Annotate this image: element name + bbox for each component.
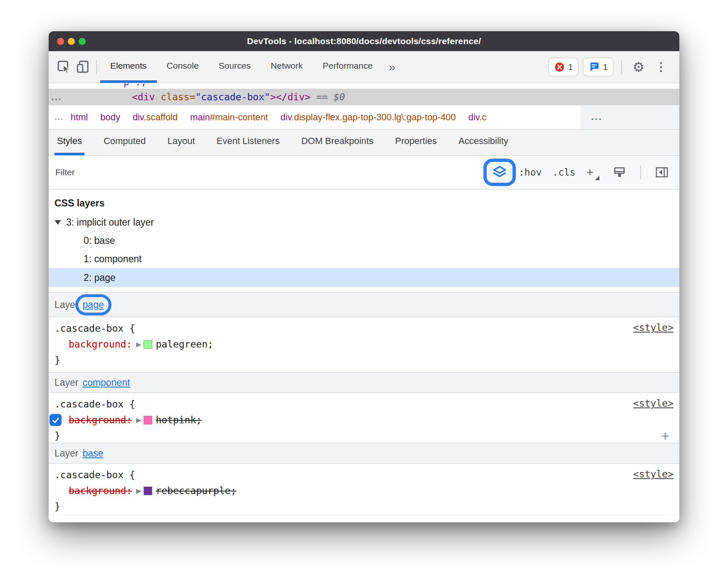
checkmark-icon <box>51 415 60 425</box>
add-property-button[interactable]: + <box>661 429 669 443</box>
tab-properties[interactable]: Properties <box>393 129 439 155</box>
tag-close-token: ></div> <box>270 92 310 102</box>
tab-label: Sources <box>219 61 251 71</box>
settings-button[interactable]: ⚙︎ <box>629 58 648 76</box>
inspect-element-button[interactable] <box>54 51 74 83</box>
expand-value-arrow-icon[interactable]: ▶ <box>136 415 141 425</box>
tab-console[interactable]: Console <box>157 51 209 83</box>
style-rule-layer-page: <style> .cascade-box { background: ▶ pal… <box>49 317 679 372</box>
styles-pane-empty-space <box>49 515 679 522</box>
tab-layout[interactable]: Layout <box>165 129 197 155</box>
layer-component-link[interactable]: component <box>83 377 130 388</box>
dropdown-corner-icon <box>595 176 599 180</box>
property-name-overridden[interactable]: background: <box>69 415 132 425</box>
zoom-window-button[interactable] <box>79 38 86 45</box>
layer-page-link[interactable]: page <box>83 299 104 310</box>
panel-tab-strip: Elements Console Sources Network Perform… <box>100 51 383 83</box>
breadcrumb-overflow-panel: ... <box>580 105 679 129</box>
close-window-button[interactable] <box>57 38 64 45</box>
style-source-link[interactable]: <style> <box>633 469 674 479</box>
dom-tree-clipped-row: p ., <box>49 83 679 89</box>
property-value[interactable]: palegreen; <box>156 339 213 350</box>
filter-input[interactable] <box>49 156 480 189</box>
equals-operator: == <box>310 92 333 102</box>
minimize-window-button[interactable] <box>68 38 75 45</box>
device-toolbar-icon <box>76 60 90 74</box>
toolbar-right-cluster: 1 1 ⚙︎ ⋮ <box>548 51 670 83</box>
new-style-rule-button[interactable]: + <box>586 165 599 179</box>
style-source-link[interactable]: <style> <box>633 398 674 409</box>
tab-styles[interactable]: Styles <box>54 129 84 155</box>
property-name[interactable]: background: <box>69 339 132 350</box>
property-value-overridden[interactable]: rebeccapurple; <box>156 485 236 496</box>
dom-selected-element-row[interactable]: ... <div class="cascade-box"></div> == $… <box>49 89 679 105</box>
layer-label: Layer <box>54 448 79 459</box>
customize-devtools-button[interactable]: ⋮ <box>652 58 670 76</box>
tab-dom-breakpoints[interactable]: DOM Breakpoints <box>299 129 376 155</box>
property-name-overridden[interactable]: background: <box>69 485 132 496</box>
expander-triangle-icon[interactable] <box>54 220 61 225</box>
toggle-element-state-button[interactable]: :hov <box>519 167 542 178</box>
breadcrumb-item-html[interactable]: html <box>71 112 88 123</box>
tab-label: Network <box>271 61 303 71</box>
tab-sources[interactable]: Sources <box>209 51 261 83</box>
inspect-cursor-icon <box>57 60 71 74</box>
error-icon <box>554 62 565 72</box>
devtools-window: DevTools - localhost:8080/docs/devtools/… <box>49 31 679 522</box>
rule-close-brace: } <box>54 355 60 365</box>
layer-label: Layer <box>54 377 79 388</box>
tab-accessibility[interactable]: Accessibility <box>456 129 511 155</box>
layers-icon <box>492 165 507 180</box>
breadcrumb-overflow-left[interactable]: ... <box>54 112 64 122</box>
tab-event-listeners[interactable]: Event Listeners <box>214 129 282 155</box>
property-enabled-checkbox[interactable] <box>50 414 62 426</box>
layer-tree-item-page[interactable]: 2: page <box>49 268 679 287</box>
breadcrumb-item-display-flex[interactable]: div.display-flex.gap-top-300.lg\:gap-top… <box>280 112 456 123</box>
breadcrumb-overflow-right[interactable]: ... <box>591 112 602 122</box>
style-rule-layer-base: <style> .cascade-box { background: ▶ reb… <box>49 464 679 515</box>
console-errors-badge[interactable]: 1 <box>548 57 579 77</box>
layer-tree-item-base[interactable]: 0: base <box>49 231 679 250</box>
property-value-overridden[interactable]: hotpink; <box>156 415 202 425</box>
device-toolbar-button[interactable] <box>74 51 93 83</box>
tab-elements[interactable]: Elements <box>100 51 157 83</box>
breadcrumb-item-main-content[interactable]: main#main-content <box>190 112 268 123</box>
layer-base-link[interactable]: base <box>83 448 104 459</box>
tab-label: Console <box>167 61 199 71</box>
issues-message-icon <box>589 62 599 72</box>
tab-computed[interactable]: Computed <box>101 129 149 155</box>
toolbar-separator <box>621 60 622 74</box>
style-source-link[interactable]: <style> <box>633 322 674 333</box>
expand-value-arrow-icon[interactable]: ▶ <box>136 339 141 349</box>
expand-value-arrow-icon[interactable]: ▶ <box>136 486 141 496</box>
color-swatch-rebeccapurple[interactable] <box>144 487 152 495</box>
issues-count: 1 <box>603 62 608 72</box>
tab-performance[interactable]: Performance <box>313 51 383 83</box>
dock-sidebar-button[interactable] <box>653 163 671 181</box>
issues-badge[interactable]: 1 <box>583 57 614 77</box>
styles-filter-bar: :hov .cls + <box>49 156 679 189</box>
color-swatch-palegreen[interactable] <box>144 340 152 349</box>
css-layers-pane: CSS layers 3: implicit outer layer 0: ba… <box>49 189 679 293</box>
paintbrush-icon <box>613 166 626 179</box>
layer-tree-root[interactable]: 3: implicit outer layer <box>49 213 679 231</box>
toolbar-separator <box>96 60 97 74</box>
rule-selector[interactable]: .cascade-box { <box>54 399 135 410</box>
breadcrumb-item-scaffold[interactable]: div.scaffold <box>133 112 178 123</box>
layer-tree-item-component[interactable]: 1: component <box>49 250 679 268</box>
breadcrumb-item-cascade[interactable]: div.c <box>468 112 487 123</box>
element-classes-button[interactable]: .cls <box>552 167 575 178</box>
rule-close-brace: } <box>54 430 60 441</box>
clipped-code-fragment: p ., <box>124 83 146 87</box>
more-actions-ellipsis[interactable]: ... <box>51 91 62 103</box>
title-bar: DevTools - localhost:8080/docs/devtools/… <box>49 31 679 51</box>
chevron-right-double-icon: » <box>389 60 396 74</box>
tab-network[interactable]: Network <box>261 51 313 83</box>
rule-selector[interactable]: .cascade-box { <box>54 323 135 334</box>
more-tabs-button[interactable]: » <box>383 51 401 83</box>
rule-selector[interactable]: .cascade-box { <box>54 469 135 480</box>
breadcrumb-item-body[interactable]: body <box>100 112 120 123</box>
rendering-emulation-button[interactable] <box>610 163 629 181</box>
css-layers-toggle-button[interactable] <box>491 164 508 181</box>
color-swatch-hotpink[interactable] <box>144 416 152 425</box>
